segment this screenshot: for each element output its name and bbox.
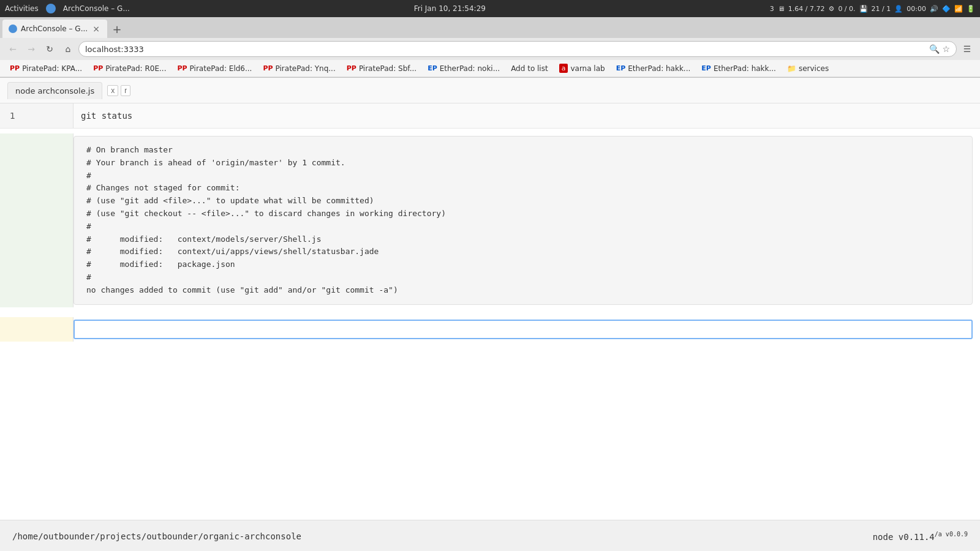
time-label: 00:00	[907, 5, 926, 13]
bookmark-label-5: PiratePad: Sbf...	[359, 64, 417, 73]
status-bar: /home/outbounder/projects/outbounder/org…	[0, 520, 980, 551]
terminal-reload-btn[interactable]: r	[121, 85, 130, 96]
bookmark-etherpad-hakk1[interactable]: EP EtherPad: hakk...	[611, 63, 696, 74]
bookmark-icon-pp1: PP	[10, 64, 20, 72]
output-line-9: # modified: context/ui/apps/views/shell/…	[86, 246, 960, 258]
memory-label: 1.64 / 7.72	[788, 5, 825, 13]
bookmark-icon-ep1: EP	[428, 64, 437, 72]
activities-button[interactable]: Activities	[5, 4, 39, 13]
output-content-1: # On branch master # Your branch is ahea…	[74, 136, 973, 305]
output-line-3: #	[86, 170, 960, 182]
output-line-11: #	[86, 271, 960, 284]
bookmark-etherpad-hakk2[interactable]: EP EtherPad: hakk...	[696, 63, 781, 74]
network-icon: 👤	[894, 5, 903, 13]
terminal-tab-controls: x r	[107, 85, 130, 96]
bookmark-icon-pp2: PP	[93, 64, 103, 72]
terminal-tab[interactable]: node archconsole.js	[7, 82, 102, 99]
bookmark-add-to-list[interactable]: Add to list	[506, 63, 553, 74]
battery-icon: 🔋	[967, 5, 975, 13]
system-taskbar: Activities ArchConsole – G... Fri Jan 10…	[0, 0, 980, 17]
forward-button[interactable]: →	[23, 41, 39, 57]
bookmark-piratpad-eld[interactable]: PP PiratePad: Eld6...	[172, 63, 257, 74]
bookmark-label-1: PiratePad: KPA...	[22, 64, 82, 73]
output-line-2: # Your branch is ahead of 'origin/master…	[86, 157, 960, 170]
home-button[interactable]: ⌂	[60, 41, 76, 57]
status-path: /home/outbounder/projects/outbounder/org…	[12, 531, 301, 541]
output-line-12: no changes added to commit (use "git add…	[86, 284, 960, 297]
bookmark-label-2: PiratePad: R0E...	[105, 64, 166, 73]
output-line-6: # (use "git checkout -- <file>..." to di…	[86, 208, 960, 220]
terminal-close-btn[interactable]: x	[107, 85, 118, 96]
settings-icon[interactable]: ⚙	[829, 5, 835, 13]
search-icon[interactable]: 🔍	[929, 44, 940, 54]
bookmark-icon-pp3: PP	[177, 64, 187, 72]
bookmark-piratpad-roe[interactable]: PP PiratePad: R0E...	[88, 63, 171, 74]
back-button[interactable]: ←	[5, 41, 21, 57]
taskbar-center: Fri Jan 10, 21:54:29	[414, 4, 486, 13]
cpu-count: 3	[770, 5, 774, 13]
bookmark-label-10: EtherPad: hakk...	[714, 64, 776, 73]
terminal-body: 1 git status # On branch master # Your b…	[0, 103, 980, 520]
input-entry	[0, 317, 980, 342]
command-input[interactable]	[74, 320, 973, 339]
main-content: node archconsole.js x r 1 git status # O…	[0, 78, 980, 551]
bookmark-folder-services[interactable]: 📁 services	[782, 63, 834, 74]
tab-title: ArchConsole – G...	[21, 24, 88, 33]
browser-tab-active[interactable]: ArchConsole – G... ×	[2, 20, 107, 38]
bookmark-label-3: PiratePad: Eld6...	[190, 64, 252, 73]
bookmark-piratpad-sbf[interactable]: PP PiratePad: Sbf...	[342, 63, 421, 74]
bluetooth-icon[interactable]: 🔷	[942, 5, 951, 13]
output-line-1: # On branch master	[86, 144, 960, 157]
address-bar-icons: 🔍 ☆	[929, 44, 950, 54]
command-entry-1: 1 git status	[0, 103, 980, 129]
output-line-7: #	[86, 220, 960, 233]
taskbar-left: Activities ArchConsole – G...	[5, 4, 130, 13]
bookmark-label-9: EtherPad: hakk...	[628, 64, 690, 73]
tab-close-button[interactable]: ×	[91, 24, 101, 34]
bookmark-icon-folder: 📁	[787, 64, 796, 73]
bookmark-icon-ep2: EP	[616, 64, 626, 72]
datetime-label: Fri Jan 10, 21:54:29	[414, 4, 486, 13]
terminal-tab-label: node archconsole.js	[15, 86, 94, 96]
network-label: 21 / 1	[872, 5, 891, 13]
bookmark-label-4: PiratePad: Ynq...	[276, 64, 336, 73]
disk-label: 0 / 0.	[838, 5, 855, 13]
terminal-header: node archconsole.js x r	[0, 78, 980, 103]
output-line-8: # modified: context/models/server/Shell.…	[86, 233, 960, 246]
bookmarks-bar: PP PiratePad: KPA... PP PiratePad: R0E..…	[0, 60, 980, 77]
bookmark-label-6: EtherPad: noki...	[440, 64, 500, 73]
bookmark-varna-lab[interactable]: a varna lab	[554, 62, 610, 74]
output-line-5: # (use "git add <file>..." to update wha…	[86, 195, 960, 208]
bookmark-label-7: Add to list	[511, 64, 548, 73]
status-version: node v0.11.4/a v0.0.9	[873, 531, 968, 542]
bookmark-piratpad-kpa[interactable]: PP PiratePad: KPA...	[5, 63, 87, 74]
taskbar-right: 3 🖥 1.64 / 7.72 ⚙ 0 / 0. 💾 21 / 1 👤 00:0…	[770, 5, 975, 13]
new-tab-button[interactable]: +	[108, 20, 126, 37]
star-icon[interactable]: ☆	[942, 44, 950, 54]
window-icon	[46, 4, 56, 13]
output-line-10: # modified: package.json	[86, 258, 960, 271]
output-line-4: # Changes not staged for commit:	[86, 182, 960, 195]
window-title: ArchConsole – G...	[63, 4, 130, 13]
bookmark-label-11: services	[799, 64, 829, 73]
bookmark-icon-varna: a	[559, 64, 568, 73]
bookmark-icon-ep3: EP	[701, 64, 711, 72]
command-text-1: git status	[74, 103, 980, 128]
navigation-bar: ← → ↻ ⌂ localhost:3333 🔍 ☆ ☰	[0, 38, 980, 60]
monitor-icon: 🖥	[778, 5, 785, 13]
bookmark-icon-pp4: PP	[263, 64, 273, 72]
command-number-1: 1	[0, 103, 74, 128]
bookmark-etherpad-noki[interactable]: EP EtherPad: noki...	[423, 63, 505, 74]
bookmark-icon-pp5: PP	[347, 64, 356, 72]
refresh-button[interactable]: ↻	[42, 41, 58, 57]
volume-icon[interactable]: 🔊	[930, 5, 938, 13]
extensions-button[interactable]: ☰	[959, 41, 975, 57]
wifi-icon[interactable]: 📶	[954, 5, 963, 13]
bookmark-label-8: varna lab	[570, 64, 605, 73]
address-bar[interactable]: localhost:3333 🔍 ☆	[78, 41, 957, 57]
address-text: localhost:3333	[85, 45, 144, 54]
tab-bar: ArchConsole – G... × +	[0, 17, 980, 38]
output-entry-1: # On branch master # Your branch is ahea…	[0, 133, 980, 307]
bookmark-piratpad-ynq[interactable]: PP PiratePad: Ynq...	[258, 63, 340, 74]
output-number-1	[0, 133, 74, 307]
